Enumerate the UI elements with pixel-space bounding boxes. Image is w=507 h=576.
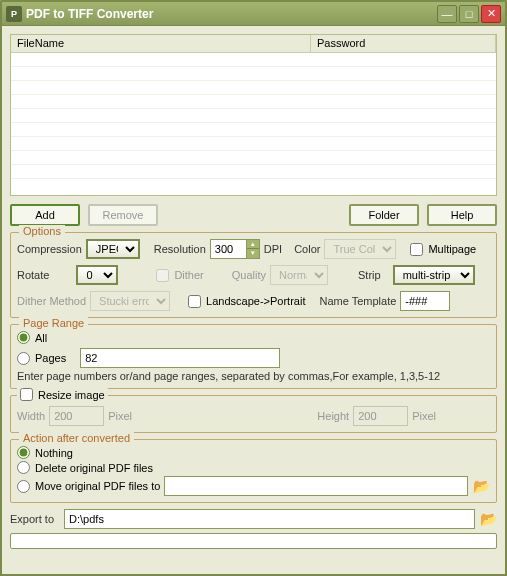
resize-check[interactable]: Resize image <box>17 388 108 401</box>
compression-label: Compression <box>17 243 82 255</box>
height-unit: Pixel <box>412 410 436 422</box>
strip-label: Strip <box>358 269 381 281</box>
add-button[interactable]: Add <box>10 204 80 226</box>
resolution-spinner[interactable]: ▴▾ <box>210 239 260 259</box>
close-button[interactable]: ✕ <box>481 5 501 23</box>
spin-up-icon[interactable]: ▴ <box>247 240 259 249</box>
width-input <box>49 406 104 426</box>
dithermethod-label: Dither Method <box>17 295 86 307</box>
spin-down-icon[interactable]: ▾ <box>247 249 259 258</box>
file-list-body[interactable] <box>11 53 496 193</box>
quality-label: Quality <box>232 269 266 281</box>
width-label: Width <box>17 410 45 422</box>
pagerange-all-radio[interactable]: All <box>17 331 490 344</box>
quality-select: Normal <box>270 265 328 285</box>
color-label: Color <box>294 243 320 255</box>
list-row <box>11 137 496 151</box>
action-delete-radio[interactable]: Delete original PDF files <box>17 461 490 474</box>
help-button[interactable]: Help <box>427 204 497 226</box>
file-list-header: FileName Password <box>11 35 496 53</box>
file-list[interactable]: FileName Password <box>10 34 497 196</box>
action-group: Action after converted Nothing Delete or… <box>10 439 497 503</box>
pagerange-legend: Page Range <box>19 317 88 329</box>
strip-select[interactable]: multi-strip <box>393 265 475 285</box>
compression-select[interactable]: JPEG <box>86 239 140 259</box>
button-row: Add Remove Folder Help <box>10 204 497 226</box>
remove-button: Remove <box>88 204 158 226</box>
dithermethod-select: Stucki error <box>90 291 170 311</box>
titlebar[interactable]: P PDF to TIFF Converter — □ ✕ <box>2 2 505 26</box>
resize-group: Resize image Width Pixel Height Pixel <box>10 395 497 433</box>
action-nothing-radio[interactable]: Nothing <box>17 446 490 459</box>
browse-move-folder-icon[interactable]: 📂 <box>472 478 490 494</box>
options-group: Options Compression JPEG Resolution ▴▾ D… <box>10 232 497 318</box>
client-area: FileName Password Add Remove Folder Help… <box>2 26 505 574</box>
list-row <box>11 81 496 95</box>
list-row <box>11 109 496 123</box>
action-legend: Action after converted <box>19 432 134 444</box>
folder-button[interactable]: Folder <box>349 204 419 226</box>
height-label: Height <box>317 410 349 422</box>
minimize-button[interactable]: — <box>437 5 457 23</box>
landscape-check[interactable]: Landscape->Portrait <box>188 295 305 308</box>
resolution-input[interactable] <box>210 239 246 259</box>
export-label: Export to <box>10 513 54 525</box>
height-input <box>353 406 408 426</box>
pagerange-group: Page Range All Pages Enter page numbers … <box>10 324 497 389</box>
dpi-label: DPI <box>264 243 282 255</box>
nametpl-input[interactable] <box>400 291 450 311</box>
list-row <box>11 67 496 81</box>
maximize-button[interactable]: □ <box>459 5 479 23</box>
move-path-input[interactable] <box>164 476 468 496</box>
browse-export-folder-icon[interactable]: 📂 <box>479 511 497 527</box>
dither-check: Dither <box>156 269 203 282</box>
action-move-radio[interactable]: Move original PDF files to <box>17 480 160 493</box>
list-row <box>11 53 496 67</box>
col-filename[interactable]: FileName <box>11 35 311 52</box>
list-row <box>11 165 496 179</box>
export-input[interactable] <box>64 509 475 529</box>
multipage-check[interactable]: Multipage <box>410 243 476 256</box>
rotate-label: Rotate <box>17 269 49 281</box>
options-legend: Options <box>19 225 65 237</box>
main-window: P PDF to TIFF Converter — □ ✕ FileName P… <box>0 0 507 576</box>
pagerange-hint: Enter page numbers or/and page ranges, s… <box>17 370 490 382</box>
resolution-label: Resolution <box>154 243 206 255</box>
list-row <box>11 95 496 109</box>
window-title: PDF to TIFF Converter <box>26 7 435 21</box>
list-row <box>11 151 496 165</box>
app-icon: P <box>6 6 22 22</box>
nametpl-label: Name Template <box>319 295 396 307</box>
color-select: True Color <box>324 239 396 259</box>
pages-input[interactable] <box>80 348 280 368</box>
width-unit: Pixel <box>108 410 132 422</box>
col-password[interactable]: Password <box>311 35 496 52</box>
rotate-select[interactable]: 0 <box>76 265 118 285</box>
pagerange-pages-radio[interactable]: Pages <box>17 352 66 365</box>
list-row <box>11 123 496 137</box>
progress-bar <box>10 533 497 549</box>
